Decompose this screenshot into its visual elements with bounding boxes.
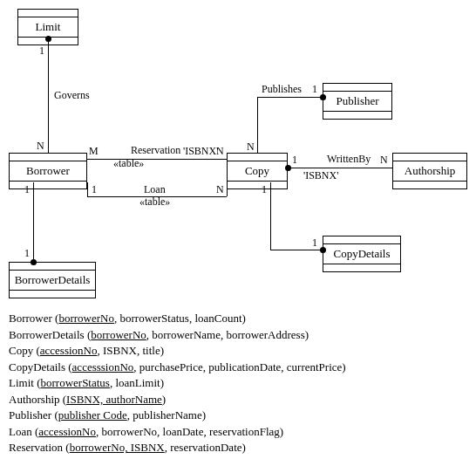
rel-publishes-v — [257, 97, 258, 153]
rel-governs-line — [48, 38, 49, 153]
card-res-m: M — [89, 145, 99, 158]
entity-publisher-label: Publisher — [323, 91, 391, 112]
rel-borrowerdetails-line — [33, 182, 34, 262]
card-governs-n: N — [37, 140, 44, 153]
card-loan-1: 1 — [92, 183, 97, 196]
entity-borrower-label: Borrower — [10, 161, 86, 182]
rel-copydetails-h — [270, 250, 323, 250]
card-res-n: N — [216, 145, 224, 158]
rel-reservation-key: 'ISBNX' — [183, 145, 218, 158]
card-cd-right: 1 — [312, 236, 317, 250]
entity-authorship-label: Authorship — [393, 161, 466, 182]
rel-publishes-label: Publishes — [262, 83, 302, 96]
entity-limit-label: Limit — [18, 17, 78, 38]
rel-governs-label: Governs — [54, 89, 90, 102]
schema-reservation: Reservation (borrowerNo, ISBNX, reservat… — [9, 440, 476, 456]
rel-writtenby-key: 'ISBNX' — [303, 169, 338, 182]
entity-authorship: Authorship — [392, 153, 467, 189]
dot — [45, 36, 51, 42]
rel-loan-line-v1 — [87, 182, 88, 196]
schema-copy: Copy (accessionNo, ISBNX, title) — [9, 343, 476, 359]
entity-borrowerdetails-label: BorrowerDetails — [10, 270, 95, 291]
entity-borrower: Borrower — [9, 153, 87, 189]
card-loan-n: N — [216, 183, 224, 196]
card-wb-1: 1 — [292, 154, 297, 167]
entity-borrowerdetails: BorrowerDetails — [9, 262, 96, 298]
rel-copydetails-v — [270, 182, 271, 250]
schema-borrowerdetails: BorrowerDetails (borrowerNo, borrowerNam… — [9, 327, 476, 343]
card-bd-bot: 1 — [24, 247, 30, 260]
entity-copy: Copy — [227, 153, 288, 189]
entity-copy-label: Copy — [228, 161, 287, 182]
schema-limit: Limit (borrowerStatus, loanLimit) — [9, 375, 476, 391]
rel-writtenby-line — [288, 168, 392, 168]
rel-publishes-h — [257, 97, 323, 98]
card-cd-top: 1 — [262, 183, 267, 196]
card-pub-n: N — [247, 140, 255, 154]
schema-authorship: Authorship (ISBNX, authorName) — [9, 392, 476, 408]
dot — [320, 247, 326, 253]
schema-listing: Borrower (borrowerNo, borrowerStatus, lo… — [9, 311, 476, 456]
card-wb-n: N — [380, 154, 388, 167]
er-diagram: Limit Borrower BorrowerDetails Copy Copy… — [9, 9, 467, 305]
entity-copydetails: CopyDetails — [323, 236, 401, 272]
rel-reservation-line — [87, 159, 227, 160]
rel-reservation-stereo: «table» — [113, 157, 144, 170]
schema-publisher: Publisher (publisher Code, publisherName… — [9, 408, 476, 423]
entity-publisher: Publisher — [323, 83, 392, 120]
dot — [31, 259, 37, 265]
rel-loan-stereo: «table» — [139, 195, 170, 209]
rel-reservation-label: Reservation — [131, 144, 180, 157]
rel-loan-label: Loan — [144, 183, 166, 196]
card-pub-1: 1 — [312, 83, 317, 96]
dot — [285, 165, 291, 171]
card-governs-1: 1 — [39, 45, 44, 58]
dot — [320, 94, 326, 100]
card-bd-top: 1 — [24, 183, 30, 196]
schema-loan: Loan (accessionNo, borrowerNo, loanDate,… — [9, 424, 476, 440]
rel-loan-line-v2 — [227, 182, 228, 196]
entity-copydetails-label: CopyDetails — [323, 243, 400, 264]
schema-borrower: Borrower (borrowerNo, borrowerStatus, lo… — [9, 311, 476, 326]
rel-writtenby-label: WrittenBy — [327, 153, 371, 166]
schema-copydetails: CopyDetails (accesssionNo, purchasePrice… — [9, 360, 476, 375]
